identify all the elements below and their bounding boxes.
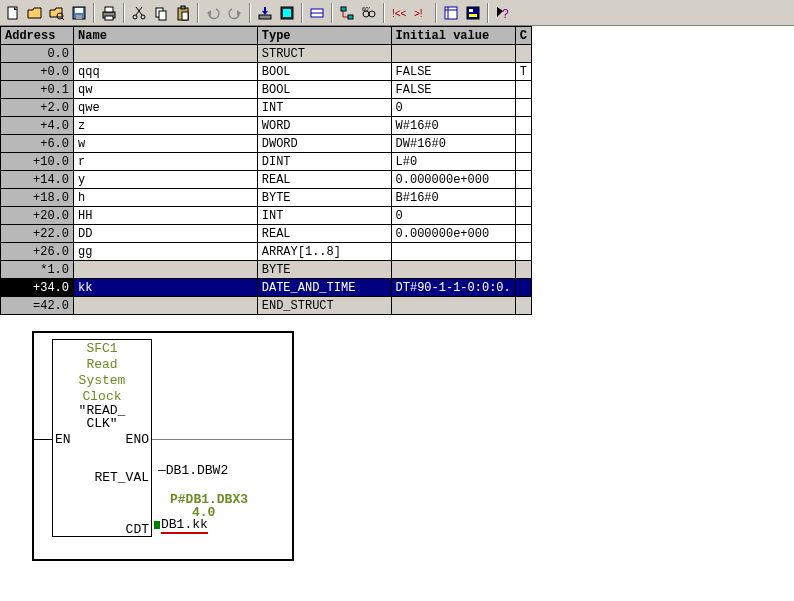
cell[interactable]: qwe xyxy=(74,99,258,117)
table-row[interactable]: +2.0qweINT0 xyxy=(1,99,532,117)
cell[interactable] xyxy=(391,45,515,63)
redo-icon[interactable] xyxy=(224,2,246,24)
cell[interactable]: INT xyxy=(257,207,391,225)
cell[interactable] xyxy=(515,99,531,117)
port-en[interactable]: EN xyxy=(55,432,71,447)
cut-icon[interactable] xyxy=(128,2,150,24)
table-row[interactable]: *1.0BYTE xyxy=(1,261,532,279)
copy-icon[interactable] xyxy=(150,2,172,24)
port-cdt[interactable]: CDT xyxy=(126,522,149,537)
cell[interactable] xyxy=(515,153,531,171)
cell[interactable]: +4.0 xyxy=(1,117,74,135)
table-row[interactable]: +6.0wDWORDDW#16#0 xyxy=(1,135,532,153)
cell[interactable]: L#0 xyxy=(391,153,515,171)
cell[interactable]: r xyxy=(74,153,258,171)
new-icon[interactable] xyxy=(2,2,24,24)
cell[interactable] xyxy=(515,135,531,153)
help-icon[interactable]: ? xyxy=(492,2,514,24)
cell[interactable] xyxy=(74,297,258,315)
cell[interactable]: REAL xyxy=(257,225,391,243)
cell[interactable]: ARRAY[1..8] xyxy=(257,243,391,261)
download2-icon[interactable] xyxy=(276,2,298,24)
cell[interactable] xyxy=(391,243,515,261)
cell[interactable] xyxy=(515,297,531,315)
table-row[interactable]: +10.0rDINTL#0 xyxy=(1,153,532,171)
cell[interactable]: gg xyxy=(74,243,258,261)
cell[interactable] xyxy=(515,81,531,99)
module-icon[interactable] xyxy=(306,2,328,24)
cell[interactable]: WORD xyxy=(257,117,391,135)
cell[interactable] xyxy=(515,261,531,279)
cell[interactable] xyxy=(515,117,531,135)
table-row[interactable]: +18.0hBYTEB#16#0 xyxy=(1,189,532,207)
goto-marker-icon[interactable]: >! xyxy=(410,2,432,24)
cell[interactable]: W#16#0 xyxy=(391,117,515,135)
print-icon[interactable] xyxy=(98,2,120,24)
cell[interactable]: T xyxy=(515,63,531,81)
cell[interactable]: +0.0 xyxy=(1,63,74,81)
cell[interactable]: DW#16#0 xyxy=(391,135,515,153)
cell[interactable]: +18.0 xyxy=(1,189,74,207)
port-retval[interactable]: RET_VAL xyxy=(94,470,149,485)
out-retval[interactable]: —DB1.DBW2 xyxy=(158,463,228,478)
cell[interactable]: qw xyxy=(74,81,258,99)
cell[interactable] xyxy=(74,261,258,279)
cell[interactable] xyxy=(515,225,531,243)
cell[interactable] xyxy=(74,45,258,63)
table-row[interactable]: 0.0STRUCT xyxy=(1,45,532,63)
cell[interactable]: HH xyxy=(74,207,258,225)
cell[interactable]: +6.0 xyxy=(1,135,74,153)
undo-icon[interactable] xyxy=(202,2,224,24)
sfc1-block[interactable]: SFC1 Read System Clock "READ_ CLK" EN EN… xyxy=(52,339,152,537)
cell[interactable]: DT#90-1-1-0:0:0. xyxy=(391,279,515,297)
overview-icon[interactable] xyxy=(462,2,484,24)
fbd-network[interactable]: SFC1 Read System Clock "READ_ CLK" EN EN… xyxy=(32,331,294,561)
cell[interactable] xyxy=(391,297,515,315)
cell[interactable] xyxy=(515,171,531,189)
cell[interactable]: FALSE xyxy=(391,81,515,99)
open-icon[interactable] xyxy=(24,2,46,24)
table-row[interactable]: +22.0DDREAL0.000000e+000 xyxy=(1,225,532,243)
cell[interactable]: END_STRUCT xyxy=(257,297,391,315)
save-icon[interactable] xyxy=(68,2,90,24)
cell[interactable]: DD xyxy=(74,225,258,243)
cell[interactable]: BYTE xyxy=(257,261,391,279)
cell[interactable]: INT xyxy=(257,99,391,117)
cell[interactable]: FALSE xyxy=(391,63,515,81)
cell[interactable]: +10.0 xyxy=(1,153,74,171)
cell[interactable]: DWORD xyxy=(257,135,391,153)
cell[interactable] xyxy=(515,207,531,225)
table-row[interactable]: +34.0kkDATE_AND_TIMEDT#90-1-1-0:0:0. xyxy=(1,279,532,297)
lad-icon[interactable] xyxy=(440,2,462,24)
glasses-icon[interactable]: 60' xyxy=(358,2,380,24)
cell[interactable]: h xyxy=(74,189,258,207)
cell[interactable]: +0.1 xyxy=(1,81,74,99)
save-magnify-icon[interactable] xyxy=(46,2,68,24)
table-row[interactable]: +20.0HHINT0 xyxy=(1,207,532,225)
cell[interactable]: qqq xyxy=(74,63,258,81)
cell[interactable]: DATE_AND_TIME xyxy=(257,279,391,297)
table-row[interactable]: =42.0END_STRUCT xyxy=(1,297,532,315)
cell[interactable]: +2.0 xyxy=(1,99,74,117)
cell[interactable]: 0.000000e+000 xyxy=(391,225,515,243)
cell[interactable]: B#16#0 xyxy=(391,189,515,207)
cell[interactable]: +22.0 xyxy=(1,225,74,243)
cell[interactable]: BOOL xyxy=(257,81,391,99)
cell[interactable]: 0 xyxy=(391,207,515,225)
cell[interactable]: 0.000000e+000 xyxy=(391,171,515,189)
cell[interactable]: +20.0 xyxy=(1,207,74,225)
cell[interactable] xyxy=(515,243,531,261)
table-row[interactable]: +0.1qwBOOLFALSE xyxy=(1,81,532,99)
download-icon[interactable] xyxy=(254,2,276,24)
table-row[interactable]: +0.0qqqBOOLFALSET xyxy=(1,63,532,81)
table-row[interactable]: +14.0yREAL0.000000e+000 xyxy=(1,171,532,189)
cell[interactable]: STRUCT xyxy=(257,45,391,63)
paste-icon[interactable] xyxy=(172,2,194,24)
cell[interactable]: +34.0 xyxy=(1,279,74,297)
cell[interactable]: 0 xyxy=(391,99,515,117)
network-icon[interactable] xyxy=(336,2,358,24)
cell[interactable]: BOOL xyxy=(257,63,391,81)
cell[interactable]: DINT xyxy=(257,153,391,171)
cell[interactable] xyxy=(515,279,531,297)
cell[interactable]: *1.0 xyxy=(1,261,74,279)
